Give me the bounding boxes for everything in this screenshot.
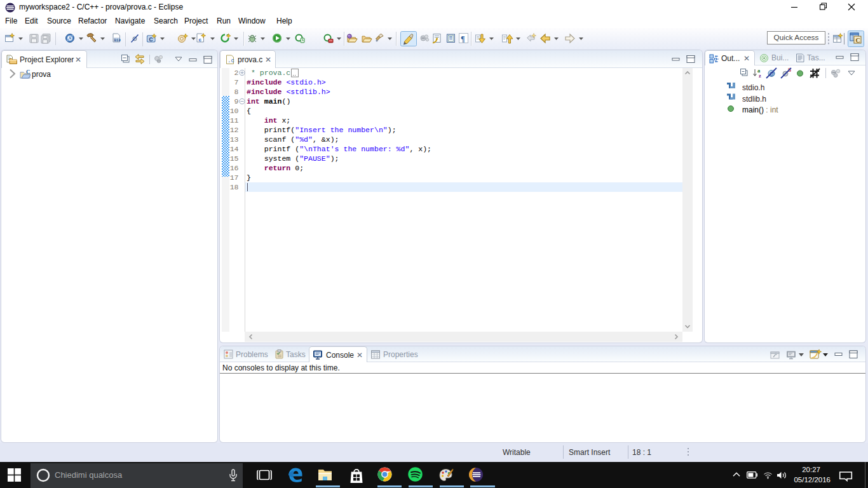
svg-text:C: C xyxy=(149,36,153,43)
svg-text:z: z xyxy=(759,72,761,79)
svg-text:010: 010 xyxy=(114,38,121,43)
svg-text:C: C xyxy=(856,37,860,44)
svg-text:.c: .c xyxy=(227,58,234,64)
svg-text:c: c xyxy=(199,37,202,43)
svg-text:¶: ¶ xyxy=(461,34,465,43)
svg-text:C: C xyxy=(26,69,31,75)
